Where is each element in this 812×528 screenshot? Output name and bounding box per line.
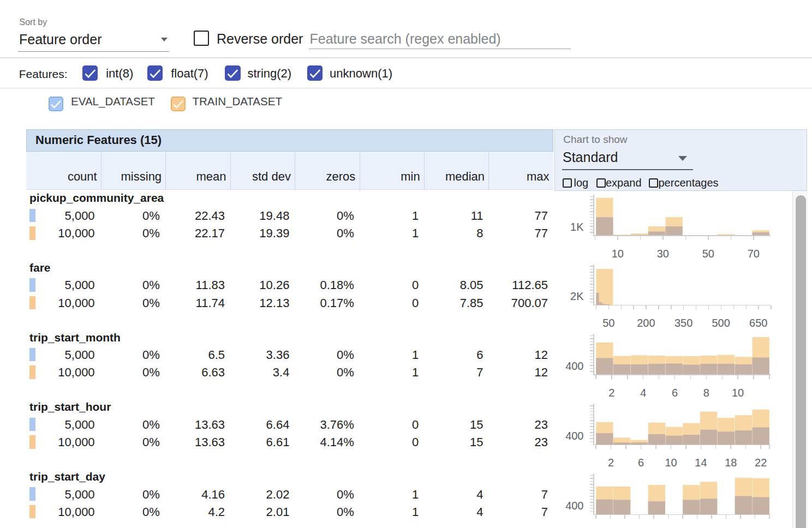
svg-text:6: 6	[672, 387, 678, 399]
svg-text:6: 6	[638, 457, 644, 469]
svg-text:8: 8	[703, 387, 709, 399]
svg-text:10: 10	[732, 387, 744, 399]
svg-text:200: 200	[637, 317, 655, 329]
svg-text:70: 70	[748, 248, 760, 260]
svg-text:50: 50	[702, 248, 714, 260]
svg-text:10: 10	[665, 457, 677, 469]
svg-text:2K: 2K	[570, 290, 584, 302]
svg-text:400: 400	[565, 360, 583, 372]
svg-text:400: 400	[565, 430, 583, 442]
svg-text:2: 2	[608, 457, 614, 469]
svg-text:22: 22	[755, 457, 767, 469]
svg-text:10: 10	[612, 248, 624, 260]
svg-text:4: 4	[640, 387, 646, 399]
svg-text:18: 18	[725, 457, 737, 469]
svg-text:1K: 1K	[570, 221, 584, 233]
svg-text:14: 14	[695, 457, 707, 469]
svg-text:500: 500	[712, 317, 730, 329]
svg-text:350: 350	[674, 317, 692, 329]
svg-text:2: 2	[608, 387, 614, 399]
svg-text:30: 30	[657, 248, 669, 260]
svg-text:650: 650	[749, 317, 767, 329]
svg-text:400: 400	[565, 500, 583, 512]
svg-text:50: 50	[602, 317, 614, 329]
